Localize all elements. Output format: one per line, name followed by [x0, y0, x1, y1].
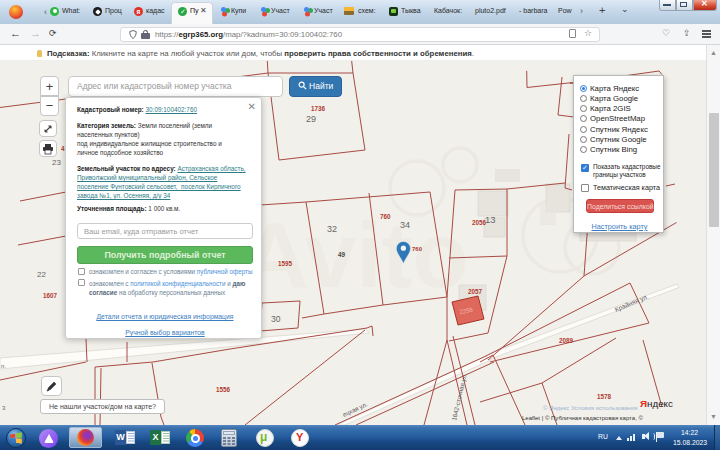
svg-text:13: 13: [485, 214, 496, 225]
svg-text:Крайняя ул.: Крайняя ул.: [614, 292, 650, 313]
svg-text:760: 760: [380, 213, 391, 220]
svg-text:1607: 1607: [43, 292, 58, 299]
svg-text:Яндекс: Яндекс: [640, 398, 673, 409]
svg-text:1642-сточная ул.: 1642-сточная ул.: [450, 372, 468, 421]
svg-text:3: 3: [2, 405, 6, 411]
svg-text:760: 760: [412, 246, 423, 252]
svg-text:23: 23: [52, 158, 61, 167]
svg-text:1578: 1578: [597, 393, 612, 400]
svg-text:п.: п.: [1, 363, 6, 369]
svg-text:Leaflet | © Публичная кадастро: Leaflet | © Публичная кадастровая карта,…: [522, 415, 643, 421]
svg-text:2057: 2057: [468, 288, 483, 295]
svg-text:32: 32: [327, 224, 337, 234]
svg-text:1736: 1736: [311, 105, 326, 112]
svg-text:49: 49: [338, 251, 346, 258]
svg-text:1595: 1595: [278, 260, 293, 267]
svg-text:30: 30: [271, 314, 281, 324]
svg-text:29: 29: [306, 114, 316, 124]
svg-text:2089: 2089: [559, 337, 574, 344]
svg-text:34: 34: [400, 220, 410, 230]
svg-text:22: 22: [37, 270, 46, 279]
svg-text:1556: 1556: [216, 386, 231, 393]
svg-text:© Яндекс Условия использования: © Яндекс Условия использования: [543, 405, 638, 411]
